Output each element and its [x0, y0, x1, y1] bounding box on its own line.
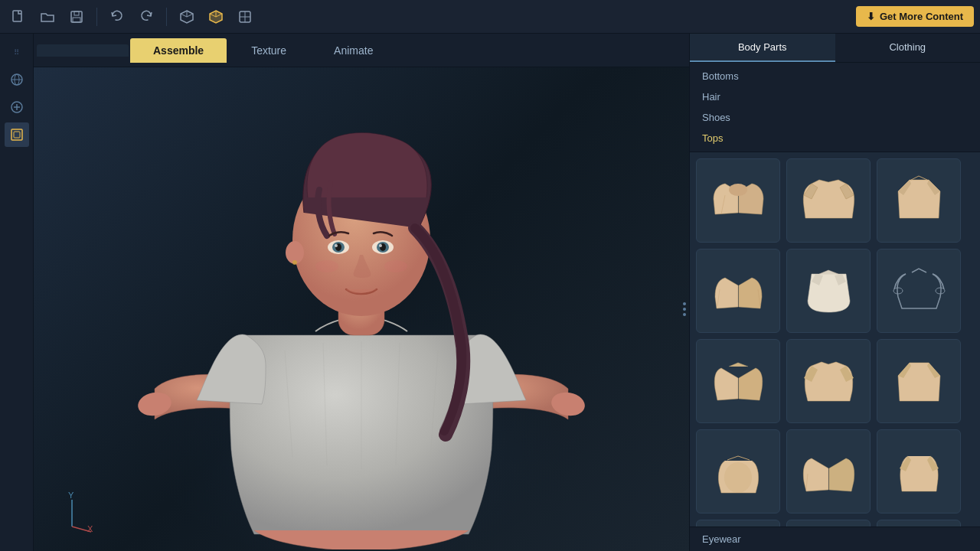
top-item-8[interactable]: [786, 339, 871, 423]
items-grid[interactable]: [690, 152, 980, 527]
rotate-view-icon[interactable]: [5, 67, 29, 92]
svg-point-36: [292, 260, 297, 265]
category-shoes[interactable]: Shoes: [690, 107, 980, 128]
category-hair[interactable]: Hair: [690, 86, 980, 107]
axis-indicator: Y X: [49, 492, 95, 536]
save-icon[interactable]: [64, 5, 89, 29]
viewport-section: Assemble Texture Animate: [34, 34, 689, 551]
svg-point-32: [379, 244, 382, 247]
grid-row-5: [696, 520, 974, 527]
panel-tabs: Body Parts Clothing: [690, 34, 980, 63]
svg-rect-0: [13, 11, 21, 21]
top-item-14[interactable]: [786, 520, 871, 527]
svg-rect-3: [73, 18, 80, 22]
top-item-2[interactable]: [786, 158, 871, 243]
top-item-9[interactable]: [877, 339, 961, 423]
toolbar: ⬇ Get More Content: [0, 0, 980, 34]
grid-row-3: [696, 339, 974, 423]
left-sidebar: ⠿: [0, 34, 34, 551]
viewport-canvas[interactable]: Y X: [34, 67, 689, 551]
top-item-3[interactable]: [877, 158, 961, 243]
x-axis-label: X: [87, 524, 93, 533]
top-item-6[interactable]: [877, 249, 961, 333]
new-document-icon[interactable]: [6, 5, 31, 29]
svg-rect-14: [14, 132, 20, 138]
svg-point-44: [936, 288, 945, 294]
character-svg: [93, 106, 629, 549]
right-panel: Body Parts Clothing Bottoms Hair Shoes T…: [689, 34, 980, 551]
tab-assemble[interactable]: Assemble: [130, 38, 227, 63]
top-item-5[interactable]: [786, 249, 871, 333]
top-item-11[interactable]: [786, 429, 871, 514]
svg-point-34: [384, 260, 407, 272]
svg-point-33: [315, 260, 338, 272]
top-item-15[interactable]: [877, 520, 961, 527]
bottom-category-eyewear[interactable]: Eyewear: [690, 527, 980, 551]
tab-blank[interactable]: [37, 44, 129, 57]
y-axis-label: Y: [68, 492, 74, 500]
top-item-12[interactable]: [877, 429, 961, 514]
category-tops[interactable]: Tops: [690, 128, 980, 148]
cube-alt-icon[interactable]: [233, 5, 257, 29]
top-item-7[interactable]: [696, 339, 780, 423]
separator-2: [166, 8, 167, 26]
top-item-13[interactable]: [696, 520, 780, 527]
viewport-tabs: Assemble Texture Animate: [34, 34, 689, 67]
get-more-content-button[interactable]: ⬇ Get More Content: [856, 6, 974, 27]
grid-row-2: [696, 249, 974, 333]
undo-icon[interactable]: [105, 5, 129, 29]
cube-outline-icon[interactable]: [175, 5, 199, 29]
tab-clothing[interactable]: Clothing: [835, 34, 981, 62]
svg-point-45: [724, 462, 752, 493]
top-item-4[interactable]: [696, 249, 780, 333]
open-folder-icon[interactable]: [35, 5, 60, 29]
panel-resize-handle[interactable]: [683, 302, 686, 316]
character-display: [34, 67, 689, 551]
svg-point-43: [893, 288, 903, 294]
cube-filled-icon[interactable]: [204, 5, 228, 29]
grid-row-1: [696, 158, 974, 243]
category-list: Bottoms Hair Shoes Tops: [690, 63, 980, 152]
tab-texture[interactable]: Texture: [228, 38, 309, 63]
main-area: ⠿ Assemble T: [0, 34, 980, 551]
tab-animate[interactable]: Animate: [311, 38, 396, 63]
grid-row-4: [696, 429, 974, 514]
download-icon: ⬇: [867, 11, 875, 22]
separator-1: [96, 8, 97, 26]
svg-rect-13: [11, 129, 22, 140]
category-bottoms[interactable]: Bottoms: [690, 66, 980, 86]
top-item-1[interactable]: [696, 158, 780, 243]
add-object-icon[interactable]: [5, 95, 29, 119]
redo-icon[interactable]: [134, 5, 158, 29]
svg-point-39: [729, 184, 747, 196]
drag-handle-icon[interactable]: ⠿: [5, 40, 29, 64]
svg-point-28: [335, 244, 338, 247]
frame-icon[interactable]: [5, 122, 29, 147]
top-item-10[interactable]: [696, 429, 780, 514]
tab-body-parts[interactable]: Body Parts: [690, 34, 835, 62]
